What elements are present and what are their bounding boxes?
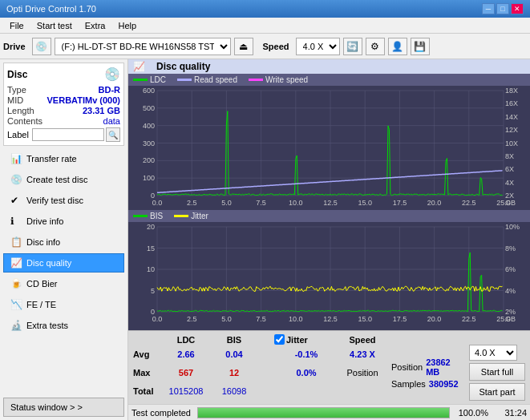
save-button[interactable]: 💾 <box>411 38 430 55</box>
stats-avg-jitter: -0.1% <box>274 345 338 363</box>
sidebar-item-transfer-rate[interactable]: 📊 Transfer rate <box>3 149 124 168</box>
disc-contents-row: Contents data <box>7 116 120 126</box>
stats-max-label: Max <box>133 363 162 382</box>
ldc-color-swatch <box>133 79 148 81</box>
disc-type-label: Type <box>7 85 26 95</box>
extra-tests-icon: 🔬 <box>10 320 22 331</box>
title-bar: Opti Drive Control 1.70 ─ □ ✕ <box>0 0 530 18</box>
disc-length-row: Length 23.31 GB <box>7 106 120 115</box>
chart1-legend: LDC Read speed Write speed <box>128 74 530 86</box>
maximize-button[interactable]: □ <box>496 3 509 14</box>
sidebar-item-verify-test-disc[interactable]: ✔ Verify test disc <box>3 191 124 210</box>
jitter-color-swatch <box>174 215 188 217</box>
sidebar-item-label-cd-bier: CD Bier <box>26 279 58 289</box>
disc-type-value: BD-R <box>99 85 121 95</box>
legend-read-speed: Read speed <box>177 75 237 84</box>
stats-speed-header: Speed <box>338 334 386 345</box>
menu-file[interactable]: File <box>3 19 30 32</box>
sidebar-item-label-extra-tests: Extra tests <box>26 321 68 330</box>
disc-mid-value: VERBATIMv (000) <box>47 95 120 105</box>
sidebar-item-disc-info[interactable]: 📋 Disc info <box>3 232 124 252</box>
start-full-button[interactable]: Start full <box>469 363 525 381</box>
chart2-container: BIS Jitter <box>128 210 530 330</box>
sidebar-item-label-fe-te: FE / TE <box>26 300 56 309</box>
sidebar-item-label-disc-info: Disc info <box>26 237 60 247</box>
refresh-button[interactable]: 🔄 <box>343 38 362 55</box>
stats-total-label: Total <box>133 382 162 401</box>
stats-jitter-cell: Jitter <box>274 334 338 345</box>
disc-quality-title: Disc quality <box>156 61 210 72</box>
sidebar-item-fe-te[interactable]: 📉 FE / TE <box>3 295 124 314</box>
jitter-checkbox-label[interactable]: Jitter <box>274 334 338 345</box>
drive-icon-button[interactable]: 💿 <box>32 38 51 55</box>
progress-bar <box>197 407 450 418</box>
position-value: 23862 MB <box>426 357 464 377</box>
speed-dropdown[interactable]: 4.0 X <box>469 345 517 361</box>
stats-panel: LDC BIS Jitter Speed Avg 2.66 0.04 <box>128 330 530 404</box>
sidebar: Disc 💿 Type BD-R MID VERBATIMv (000) Len… <box>0 59 128 420</box>
stats-max-jitter: 0.0% <box>274 363 338 382</box>
read-speed-color-swatch <box>177 79 192 81</box>
stats-samples-row: Samples 380952 <box>391 379 459 389</box>
stats-avg-bis: 0.04 <box>210 345 258 363</box>
samples-label: Samples <box>391 379 426 389</box>
disc-type-row: Type BD-R <box>7 85 120 95</box>
menu-bar: File Start test Extra Help <box>0 18 530 34</box>
sidebar-item-label-transfer-rate: Transfer rate <box>26 154 77 164</box>
action-buttons: 4.0 X Start full Start part <box>469 345 525 401</box>
verify-test-disc-icon: ✔ <box>10 195 22 206</box>
menu-extra[interactable]: Extra <box>79 19 112 32</box>
sidebar-nav: 📊 Transfer rate 💿 Create test disc ✔ Ver… <box>3 149 124 335</box>
disc-label-label: Label <box>7 130 29 139</box>
sidebar-item-label-verify-test-disc: Verify test disc <box>26 196 83 205</box>
sidebar-item-label-drive-info: Drive info <box>26 216 63 226</box>
disc-quality-icon: 📈 <box>10 257 22 269</box>
fe-te-icon: 📉 <box>10 299 22 310</box>
progress-time: 31:24 <box>495 408 527 418</box>
jitter-checkbox[interactable] <box>274 334 285 345</box>
legend-bis: BIS <box>133 212 163 220</box>
stats-max-bis: 12 <box>210 363 258 382</box>
sidebar-item-create-test-disc[interactable]: 💿 Create test disc <box>3 170 124 189</box>
sidebar-item-disc-quality[interactable]: 📈 Disc quality <box>3 253 124 273</box>
position-label: Position <box>391 362 423 372</box>
chart1-canvas <box>128 86 526 210</box>
eject-button[interactable]: ⏏ <box>234 38 253 55</box>
drive-label: Drive <box>3 42 26 51</box>
stats-position-label2: Position <box>338 363 386 382</box>
chart1-container: LDC Read speed Write speed <box>128 74 530 210</box>
menu-start-test[interactable]: Start test <box>30 19 79 32</box>
status-window-button[interactable]: Status window > > <box>3 398 124 417</box>
stats-avg-ldc: 2.66 <box>162 345 210 363</box>
legend-jitter: Jitter <box>174 212 208 220</box>
disc-contents-value: data <box>103 116 120 126</box>
sidebar-item-extra-tests[interactable]: 🔬 Extra tests <box>3 316 124 335</box>
charts-area: LDC Read speed Write speed <box>128 74 530 330</box>
close-button[interactable]: ✕ <box>511 3 524 14</box>
disc-quality-header-icon: 📈 <box>133 61 145 72</box>
content: 📈 Disc quality LDC Read speed <box>128 59 530 420</box>
progress-percent: 100.0% <box>456 408 488 418</box>
disc-label-button[interactable]: 🔍 <box>106 127 120 142</box>
stats-bis-header: BIS <box>210 334 258 345</box>
profile-button[interactable]: 👤 <box>388 38 407 55</box>
disc-label-input[interactable] <box>32 128 104 141</box>
start-part-button[interactable]: Start part <box>469 383 525 401</box>
chart2-canvas <box>128 222 526 326</box>
speed-select[interactable]: 4.0 X <box>296 38 340 55</box>
stats-position-row: Position 23862 MB <box>391 357 464 377</box>
window-controls: ─ □ ✕ <box>482 3 524 14</box>
progress-bar-container: Test completed 100.0% 31:24 <box>128 404 530 420</box>
disc-info-icon: 📋 <box>10 236 22 248</box>
menu-help[interactable]: Help <box>111 19 143 32</box>
settings-button[interactable]: ⚙ <box>366 38 385 55</box>
sidebar-item-cd-bier[interactable]: 🍺 CD Bier <box>3 274 124 293</box>
sidebar-item-drive-info[interactable]: ℹ Drive info <box>3 212 124 231</box>
stats-total-bis: 16098 <box>210 382 258 401</box>
toolbar: Drive 💿 (F:) HL-DT-ST BD-RE WH16NS58 TST… <box>0 34 530 59</box>
stats-total-ldc: 1015208 <box>162 382 210 401</box>
disc-title: Disc <box>7 69 27 80</box>
drive-select[interactable]: (F:) HL-DT-ST BD-RE WH16NS58 TST4 <box>55 38 231 55</box>
minimize-button[interactable]: ─ <box>482 3 495 14</box>
transfer-rate-icon: 📊 <box>10 153 22 164</box>
